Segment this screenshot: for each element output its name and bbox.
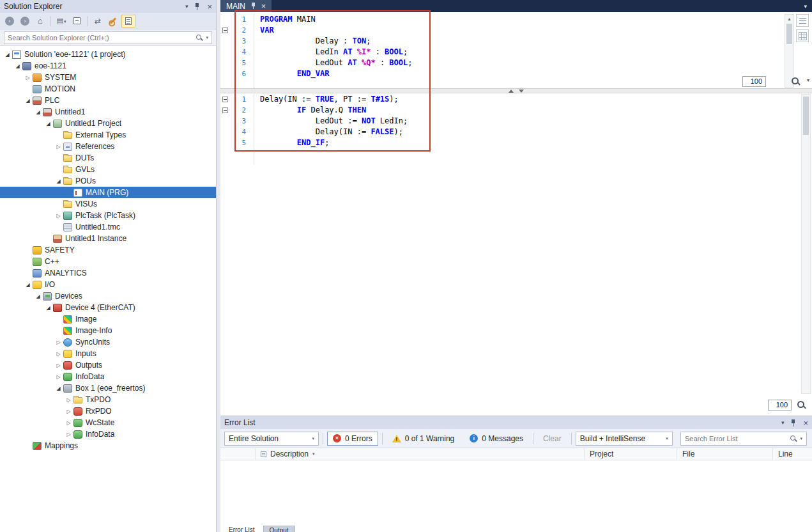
collapse-all-icon[interactable] (70, 15, 84, 27)
window-position-icon[interactable]: ▾ (781, 419, 785, 426)
tree-item-untitled1[interactable]: ◢Untitled1 (0, 106, 216, 118)
code-text[interactable]: Delay(IN := FALSE); (250, 127, 403, 137)
tree-item-devices[interactable]: ◢Devices (0, 290, 216, 302)
collapsed-arrow-icon[interactable]: ▷ (54, 340, 63, 345)
forward-icon[interactable]: › (18, 15, 32, 27)
expanded-arrow-icon[interactable]: ◢ (13, 63, 22, 69)
expanded-arrow-icon[interactable]: ◢ (23, 282, 33, 288)
properties-icon[interactable] (106, 15, 120, 27)
tree-item-gvls[interactable]: GVLs (0, 164, 216, 175)
magnifier-icon[interactable] (797, 400, 806, 410)
tree-item-plc[interactable]: ◢PLC (0, 95, 216, 106)
project-column-header[interactable]: Project (585, 448, 677, 460)
pin-icon[interactable] (790, 419, 797, 427)
fold-collapse-icon[interactable] (222, 27, 228, 33)
search-icon[interactable] (195, 34, 203, 42)
search-icon[interactable] (790, 435, 797, 442)
tree-item-infodata[interactable]: ▷InfoData (0, 428, 216, 440)
column-options-icon[interactable] (261, 451, 266, 457)
tree-item-device-4-ethercat[interactable]: ◢Device 4 (EtherCAT) (0, 302, 216, 313)
textual-view-icon[interactable] (796, 14, 809, 27)
close-icon[interactable]: × (207, 3, 212, 11)
implementation-scrollbar[interactable] (801, 94, 811, 394)
tree-item-txpdo[interactable]: ▷TxPDO (0, 394, 216, 405)
zoom-level-implementation[interactable]: 100 (768, 400, 792, 411)
code-line-4[interactable]: 4 LedIn AT %I* : BOOL; (220, 47, 774, 58)
scroll-up-icon[interactable]: ▲ (785, 15, 793, 23)
scrollbar-thumb[interactable] (803, 97, 809, 135)
tab-main[interactable]: MAIN × (220, 0, 272, 12)
scrollbar-thumb[interactable] (786, 24, 792, 44)
expanded-arrow-icon[interactable]: ◢ (33, 293, 43, 299)
tree-item-external-types[interactable]: External Types (0, 129, 216, 141)
code-text[interactable]: END_VAR (250, 68, 329, 79)
tree-item-c[interactable]: C++ (0, 256, 216, 267)
preview-selected-items-icon[interactable] (121, 15, 135, 27)
filter-chevron-icon[interactable]: ▾ (312, 451, 315, 457)
sync-with-active-document-icon[interactable] (91, 15, 105, 27)
expanded-arrow-icon[interactable]: ◢ (43, 305, 53, 311)
expanded-arrow-icon[interactable]: ◢ (23, 98, 33, 104)
code-text[interactable]: PROGRAM MAIN (250, 14, 316, 25)
messages-filter-button[interactable]: i 0 Messages (464, 432, 529, 446)
error-list-search-box[interactable]: ▾ (680, 432, 807, 446)
tree-item-main-prg[interactable]: MAIN (PRG) (0, 187, 216, 198)
code-line-1[interactable]: 1Delay(IN := TRUE, PT := T#1S); (220, 94, 799, 105)
tree-item-motion[interactable]: MOTION (0, 83, 216, 95)
tree-item-references[interactable]: ▷References (0, 141, 216, 152)
code-line-2[interactable]: 2 IF Delay.Q THEN (220, 105, 799, 116)
description-column-header[interactable]: Description ▾ (256, 448, 585, 460)
code-text[interactable]: IF Delay.Q THEN (250, 105, 366, 116)
tree-item-solution-eoe-1121-1-project[interactable]: ◢Solution 'eoe-1121' (1 project) (0, 49, 216, 60)
tree-item-untitled1-tmc[interactable]: Untitled1.tmc (0, 221, 216, 233)
code-line-2[interactable]: 2VAR (220, 25, 774, 36)
chevron-down-icon[interactable]: ▾ (206, 35, 208, 40)
collapsed-arrow-icon[interactable]: ▷ (64, 432, 73, 437)
solution-search-input[interactable] (8, 34, 195, 42)
error-list-body[interactable] (220, 460, 812, 532)
code-line-1[interactable]: 1PROGRAM MAIN (220, 14, 774, 25)
tab-output[interactable]: Output (263, 526, 295, 532)
magnifier-icon[interactable] (791, 77, 801, 86)
back-icon[interactable]: ‹ (3, 15, 17, 27)
file-column-header[interactable]: File (677, 448, 773, 460)
implementation-pane[interactable]: 1Delay(IN := TRUE, PT := T#1S);2 IF Dela… (220, 94, 799, 164)
collapsed-arrow-icon[interactable]: ▷ (23, 75, 33, 81)
code-text[interactable]: Delay(IN := TRUE, PT := T#1S); (250, 94, 399, 105)
tab-error-list[interactable]: Error List (223, 526, 261, 532)
line-column-header[interactable]: Line (773, 448, 812, 460)
tree-item-system[interactable]: ▷SYSTEM (0, 72, 216, 83)
expanded-arrow-icon[interactable]: ◢ (54, 386, 63, 391)
code-text[interactable]: END_IF; (250, 137, 329, 148)
expanded-arrow-icon[interactable]: ◢ (33, 109, 43, 115)
tree-item-analytics[interactable]: ANALYTICS (0, 267, 216, 279)
collapsed-arrow-icon[interactable]: ▷ (64, 420, 73, 426)
collapsed-arrow-icon[interactable]: ▷ (64, 397, 73, 403)
expanded-arrow-icon[interactable]: ◢ (3, 52, 12, 58)
tree-item-untitled1-project[interactable]: ◢Untitled1 Project (0, 118, 216, 129)
tree-item-syncunits[interactable]: ▷SyncUnits (0, 336, 216, 348)
tree-item-safety[interactable]: SAFETY (0, 244, 216, 256)
collapsed-arrow-icon[interactable]: ▷ (54, 144, 63, 150)
tree-item-untitled1-instance[interactable]: Untitled1 Instance (0, 233, 216, 244)
home-icon[interactable] (33, 15, 47, 27)
tree-item-outputs[interactable]: ▷Outputs (0, 359, 216, 371)
tree-item-pous[interactable]: ◢POUs (0, 175, 216, 187)
expanded-arrow-icon[interactable]: ◢ (54, 178, 63, 184)
declaration-pane[interactable]: 1PROGRAM MAIN2VAR3 Delay : TON;4 LedIn A… (220, 14, 774, 88)
document-list-chevron-icon[interactable]: ▾ (804, 3, 812, 10)
collapsed-arrow-icon[interactable]: ▷ (54, 374, 63, 380)
tree-item-rxpdo[interactable]: ▷RxPDO (0, 405, 216, 417)
collapsed-arrow-icon[interactable]: ▷ (54, 363, 63, 368)
splitter-down-icon[interactable] (519, 90, 524, 93)
code-line-3[interactable]: 3 LedOut := NOT LedIn; (220, 116, 799, 127)
tab-pin-icon[interactable] (250, 3, 256, 10)
tree-item-infodata[interactable]: ▷InfoData (0, 371, 216, 382)
window-position-icon[interactable]: ▾ (185, 3, 188, 10)
code-text[interactable]: LedOut := NOT LedIn; (250, 116, 408, 127)
code-line-4[interactable]: 4 Delay(IN := FALSE); (220, 127, 799, 137)
tree-item-eoe-1121[interactable]: ◢eoe-1121 (0, 60, 216, 72)
collapsed-arrow-icon[interactable]: ▷ (54, 213, 63, 219)
code-line-5[interactable]: 5 LedOut AT %Q* : BOOL; (220, 58, 774, 68)
tree-item-duts[interactable]: DUTs (0, 152, 216, 164)
